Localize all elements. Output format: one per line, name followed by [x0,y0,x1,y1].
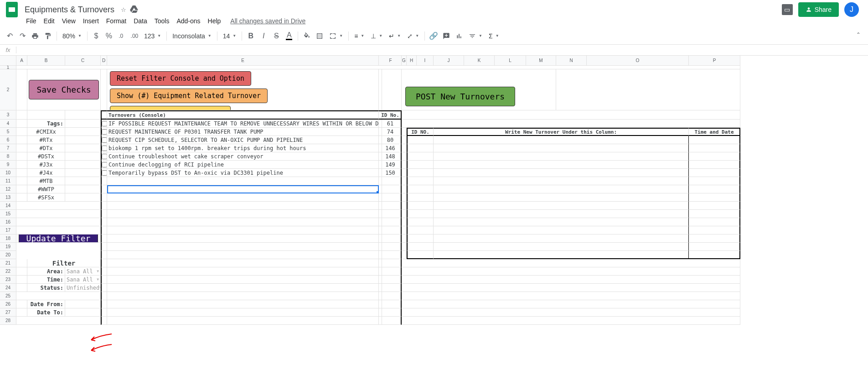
date-to-input[interactable] [65,308,101,317]
paint-format-button[interactable] [42,30,54,42]
status-dropdown[interactable]: Unfinished▼ [65,284,101,292]
row-header[interactable]: 5 [0,128,16,136]
row-header[interactable]: 25 [0,292,16,300]
col-header[interactable]: B [27,56,65,66]
turnover-text[interactable]: REQUEST MAINTENANCE OF P0301 TRANSFER TA… [107,128,379,136]
col-header[interactable]: O [587,56,689,66]
merge-cells-button[interactable]: ▼ [326,30,346,42]
row-header[interactable]: 19 [0,243,16,251]
row-header[interactable]: 18 [0,235,16,243]
col-header[interactable]: P [689,56,740,66]
share-button[interactable]: Share [798,2,839,17]
row-header[interactable]: 24 [0,284,16,292]
turnover-checkbox[interactable] [102,146,107,151]
comments-button[interactable]: ▭ [782,4,793,15]
row-header[interactable]: 4 [0,120,16,128]
percent-button[interactable]: % [103,30,115,42]
menu-format[interactable]: Format [103,16,129,26]
vertical-align-button[interactable]: ⊥▼ [368,30,385,42]
row-header[interactable]: 12 [0,185,16,193]
col-header[interactable]: N [556,56,587,66]
row-header[interactable]: 2 [0,69,16,110]
menu-data[interactable]: Data [130,16,150,26]
tag-item[interactable]: #RTx [27,136,65,144]
expand-toolbar-button[interactable]: ˆ [852,30,864,42]
area-dropdown[interactable]: Sana All▼ [65,267,101,276]
row-header[interactable]: 28 [0,317,16,325]
row-header[interactable]: 15 [0,210,16,218]
row-header[interactable]: 26 [0,300,16,308]
print-button[interactable] [29,30,41,42]
tag-item[interactable]: #J3x [27,161,65,169]
horizontal-align-button[interactable]: ≡▼ [351,30,367,42]
redo-button[interactable]: ↷ [16,30,28,42]
tag-item[interactable]: #DTx [27,144,65,152]
undo-button[interactable]: ↶ [4,30,16,42]
menu-file[interactable]: File [23,16,40,26]
tag-item[interactable]: #J4x [27,169,65,177]
col-header[interactable]: C [65,56,101,66]
decrease-decimal-button[interactable]: .0 [116,30,128,42]
insert-chart-button[interactable] [453,30,465,42]
row-header[interactable]: 13 [0,193,16,202]
star-icon[interactable]: ☆ [121,6,126,13]
menu-addons[interactable]: Add-ons [173,16,203,26]
format-dropdown[interactable]: 123▼ [141,30,164,42]
tag-item[interactable]: #WWTP [27,185,65,193]
text-color-button[interactable]: A [283,30,295,42]
font-size-dropdown[interactable]: 14▼ [220,30,239,42]
row-header[interactable]: 10 [0,169,16,177]
menu-tools[interactable]: Tools [151,16,173,26]
italic-button[interactable]: I [258,30,269,42]
row-header[interactable]: 16 [0,218,16,226]
menu-help[interactable]: Help [205,16,224,26]
row-header[interactable]: 14 [0,202,16,210]
zoom-dropdown[interactable]: 80%▼ [60,30,84,42]
row-header[interactable]: 17 [0,226,16,235]
tag-item[interactable]: #SFSx [27,193,65,202]
col-header[interactable]: M [526,56,556,66]
col-header[interactable]: I [417,56,434,66]
col-header[interactable]: A [16,56,27,66]
row-header[interactable]: 20 [0,251,16,259]
turnover-text[interactable]: biokomp 1 rpm set to 1400rpm. breaker tr… [107,144,379,152]
menu-view[interactable]: View [59,16,79,26]
document-title[interactable]: Equipments & Turnovers [22,4,117,16]
row-header[interactable]: 7 [0,144,16,152]
turnover-text[interactable]: Temporarily bypass DST to An-oxic via DC… [107,169,379,177]
text-rotation-button[interactable]: ⤢▼ [404,30,422,42]
save-checks-button[interactable]: Save Checks [29,80,98,99]
menu-edit[interactable]: Edit [41,16,58,26]
col-header[interactable]: J [434,56,464,66]
row-header[interactable]: 22 [0,267,16,276]
menu-insert[interactable]: Insert [80,16,102,26]
bold-button[interactable]: B [245,30,257,42]
row-header[interactable]: 9 [0,161,16,169]
insert-link-button[interactable]: 🔗 [428,30,439,42]
row-header[interactable]: 3 [0,110,16,120]
show-equipment-button[interactable]: Show (#) Equipment Related Turnover [110,89,268,103]
turnover-text[interactable]: Continue troubleshoot wet cake scraper c… [107,152,379,161]
currency-button[interactable]: $ [90,30,102,42]
increase-decimal-button[interactable]: .00 [129,30,140,42]
turnover-text[interactable]: REQUEST CIP SCHEDULE, SELECTOR TO AN-OXI… [107,136,379,144]
font-dropdown[interactable]: Inconsolata▼ [170,30,214,42]
tag-item[interactable]: #CMIXx [27,128,65,136]
reset-filter-button[interactable]: Reset Filter Console and Option [110,71,251,86]
col-header[interactable]: H [407,56,417,66]
turnover-checkbox[interactable] [102,137,107,143]
post-turnovers-button[interactable]: POST New Turnovers [405,87,515,106]
turnover-checkbox[interactable] [102,129,107,135]
date-from-input[interactable] [65,300,101,308]
row-header[interactable]: 21 [0,259,16,267]
row-header[interactable]: 1 [0,66,16,69]
save-status[interactable]: All changes saved in Drive [230,17,305,25]
borders-button[interactable] [314,30,326,42]
time-dropdown[interactable]: Sana All▼ [65,276,101,284]
row-header[interactable]: 27 [0,308,16,317]
selected-cell[interactable] [107,185,379,193]
functions-button[interactable]: Σ▼ [486,30,502,42]
tag-item[interactable]: #DSTx [27,152,65,161]
sheets-logo[interactable] [4,1,20,18]
formula-input[interactable] [16,45,868,55]
